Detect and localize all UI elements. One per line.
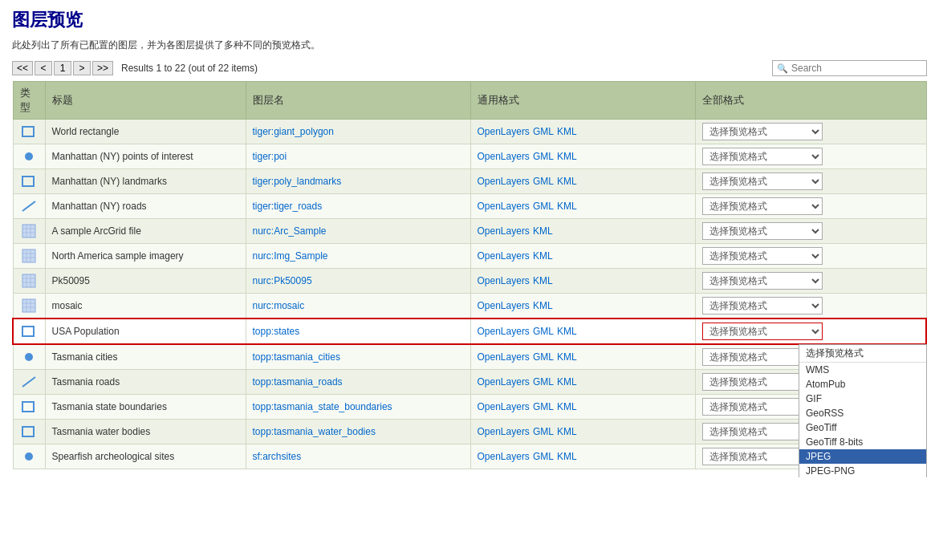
layer-name-link[interactable]: nurc:Arc_Sample bbox=[253, 225, 327, 237]
format-select[interactable]: 选择预览格式 bbox=[702, 148, 823, 165]
row-icon-cell bbox=[13, 395, 45, 420]
svg-point-29 bbox=[25, 452, 33, 461]
layer-type-icon bbox=[22, 298, 36, 313]
row-icon-cell bbox=[13, 444, 45, 469]
row-all-formats: 选择预览格式 bbox=[695, 319, 926, 344]
col-title: 标题 bbox=[45, 82, 246, 120]
row-common-formats: OpenLayersKML bbox=[470, 244, 695, 269]
format-link[interactable]: KML bbox=[533, 250, 553, 262]
format-link[interactable]: OpenLayers bbox=[478, 176, 530, 187]
format-link[interactable]: GML bbox=[533, 351, 554, 363]
row-common-formats: OpenLayersGMLKML bbox=[470, 319, 695, 344]
format-link[interactable]: KML bbox=[533, 225, 553, 237]
dropdown-item[interactable]: GeoTiff bbox=[799, 420, 926, 435]
layer-name-link[interactable]: topp:tasmania_roads bbox=[253, 376, 343, 388]
format-select[interactable]: 选择预览格式 bbox=[702, 172, 823, 190]
layer-name-link[interactable]: topp:tasmania_state_boundaries bbox=[253, 401, 392, 412]
layer-name-link[interactable]: nurc:Pk50095 bbox=[253, 275, 312, 286]
polygon-icon bbox=[22, 424, 36, 439]
svg-rect-24 bbox=[22, 327, 34, 336]
row-layer-name: nurc:Pk50095 bbox=[246, 269, 470, 294]
format-link[interactable]: GML bbox=[533, 376, 554, 388]
format-link[interactable]: KML bbox=[557, 451, 577, 462]
format-select[interactable]: 选择预览格式 bbox=[702, 247, 823, 265]
format-link[interactable]: OpenLayers bbox=[478, 401, 530, 412]
format-link[interactable]: GML bbox=[533, 451, 554, 462]
layer-type-icon bbox=[22, 375, 36, 389]
format-link[interactable]: GML bbox=[533, 201, 554, 212]
page-container: 图层预览 此处列出了所有已配置的图层，并为各图层提供了多种不同的预览格式。 <<… bbox=[0, 0, 939, 477]
format-link[interactable]: OpenLayers bbox=[478, 426, 530, 437]
format-link[interactable]: KML bbox=[557, 201, 577, 212]
layer-name-link[interactable]: tiger:poi bbox=[253, 151, 287, 162]
format-select[interactable]: 选择预览格式 bbox=[702, 272, 823, 290]
row-icon-cell bbox=[13, 219, 45, 244]
point-icon bbox=[22, 449, 36, 464]
format-link[interactable]: GML bbox=[533, 126, 554, 137]
layer-name-link[interactable]: topp:tasmania_water_bodies bbox=[253, 426, 376, 437]
row-layer-name: topp:tasmania_roads bbox=[246, 370, 470, 395]
format-link[interactable]: KML bbox=[557, 176, 577, 187]
format-link[interactable]: OpenLayers bbox=[478, 201, 530, 212]
layer-name-link[interactable]: sf:archsites bbox=[253, 451, 302, 462]
format-link[interactable]: GML bbox=[533, 401, 554, 412]
layer-type-icon bbox=[22, 424, 36, 439]
dropdown-item[interactable]: JPEG-PNG bbox=[799, 464, 926, 477]
format-link[interactable]: KML bbox=[557, 151, 577, 162]
first-page-button[interactable]: << bbox=[12, 61, 33, 75]
row-common-formats: OpenLayersGMLKML bbox=[470, 395, 695, 420]
format-link[interactable]: KML bbox=[557, 351, 577, 363]
format-link[interactable]: OpenLayers bbox=[478, 126, 530, 137]
format-link[interactable]: GML bbox=[533, 426, 554, 437]
format-select[interactable]: 选择预览格式 bbox=[702, 197, 823, 215]
format-link[interactable]: OpenLayers bbox=[478, 225, 530, 237]
dropdown-item[interactable]: GIF bbox=[799, 392, 926, 406]
format-link[interactable]: OpenLayers bbox=[478, 250, 530, 262]
prev-page-button[interactable]: < bbox=[35, 61, 52, 75]
format-select[interactable]: 选择预览格式 bbox=[702, 123, 823, 140]
format-link[interactable]: OpenLayers bbox=[478, 326, 530, 337]
format-link[interactable]: OpenLayers bbox=[478, 151, 530, 162]
dropdown-item[interactable]: WMS bbox=[799, 363, 926, 377]
format-select[interactable]: 选择预览格式 bbox=[702, 222, 823, 240]
format-link[interactable]: KML bbox=[557, 326, 577, 337]
dropdown-item[interactable]: GeoTiff 8-bits bbox=[799, 435, 926, 449]
format-link[interactable]: GML bbox=[533, 326, 554, 337]
layer-name-link[interactable]: topp:tasmania_cities bbox=[253, 351, 340, 363]
col-common-formats: 通用格式 bbox=[470, 82, 695, 120]
layer-name-link[interactable]: tiger:giant_polygon bbox=[253, 126, 334, 137]
row-layer-name: topp:tasmania_water_bodies bbox=[246, 420, 470, 444]
dropdown-item[interactable]: JPEG bbox=[799, 449, 926, 464]
format-link[interactable]: KML bbox=[533, 300, 553, 311]
search-input[interactable] bbox=[791, 63, 922, 74]
last-page-button[interactable]: >> bbox=[92, 61, 113, 75]
format-select[interactable]: 选择预览格式 bbox=[702, 323, 823, 340]
row-title: Pk50095 bbox=[45, 269, 246, 294]
dropdown-item[interactable]: AtomPub bbox=[799, 377, 926, 392]
row-all-formats: 选择预览格式 bbox=[695, 244, 926, 269]
format-link[interactable]: KML bbox=[557, 401, 577, 412]
format-link[interactable]: OpenLayers bbox=[478, 300, 530, 311]
format-link[interactable]: KML bbox=[557, 426, 577, 437]
layer-name-link[interactable]: nurc:Img_Sample bbox=[253, 250, 328, 262]
format-link[interactable]: OpenLayers bbox=[478, 451, 530, 462]
layer-name-link[interactable]: nurc:mosaic bbox=[253, 300, 305, 311]
table-row: A sample ArcGrid filenurc:Arc_SampleOpen… bbox=[13, 219, 926, 244]
format-link[interactable]: OpenLayers bbox=[478, 275, 530, 286]
layer-name-link[interactable]: topp:states bbox=[253, 326, 300, 337]
layer-name-link[interactable]: tiger:poly_landmarks bbox=[253, 176, 342, 187]
next-page-button[interactable]: > bbox=[73, 61, 91, 75]
format-link[interactable]: KML bbox=[557, 126, 577, 137]
layer-name-link[interactable]: tiger:tiger_roads bbox=[253, 201, 323, 212]
format-link[interactable]: OpenLayers bbox=[478, 351, 530, 363]
format-link[interactable]: KML bbox=[557, 376, 577, 388]
dropdown-item[interactable]: GeoRSS bbox=[799, 406, 926, 420]
format-links-group: OpenLayersGMLKML bbox=[478, 451, 689, 462]
format-link[interactable]: KML bbox=[533, 275, 553, 286]
format-link[interactable]: GML bbox=[533, 151, 554, 162]
current-page-button[interactable]: 1 bbox=[54, 61, 71, 75]
format-link[interactable]: OpenLayers bbox=[478, 376, 530, 388]
format-link[interactable]: GML bbox=[533, 176, 554, 187]
format-select[interactable]: 选择预览格式 bbox=[702, 297, 823, 314]
row-layer-name: topp:tasmania_state_boundaries bbox=[246, 395, 470, 420]
